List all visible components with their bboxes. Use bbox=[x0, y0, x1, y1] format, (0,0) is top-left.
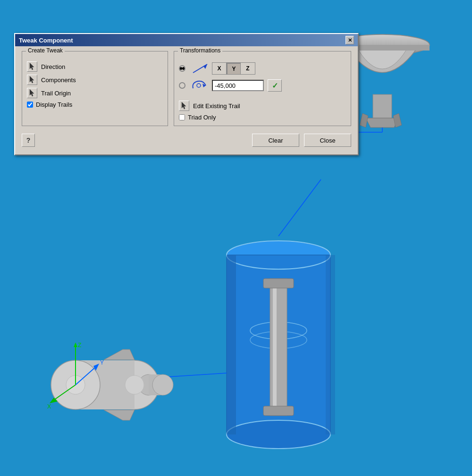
y-button[interactable]: Y bbox=[227, 63, 241, 74]
svg-rect-11 bbox=[273, 279, 277, 416]
dialog-footer: ? Clear Close bbox=[22, 131, 351, 149]
dialog-title: Tweak Component bbox=[19, 37, 73, 44]
components-item[interactable]: Components bbox=[27, 73, 163, 86]
trail-origin-item[interactable]: Trail Origin bbox=[27, 86, 163, 100]
footer-buttons: Clear Close bbox=[252, 134, 351, 147]
help-button[interactable]: ? bbox=[22, 134, 35, 147]
svg-rect-6 bbox=[227, 255, 236, 434]
transform-radio-1[interactable] bbox=[179, 65, 185, 72]
svg-rect-7 bbox=[326, 255, 335, 434]
z-button[interactable]: Z bbox=[241, 63, 255, 74]
svg-rect-10 bbox=[270, 279, 287, 416]
svg-point-29 bbox=[125, 375, 144, 394]
svg-text:X: X bbox=[47, 403, 51, 410]
svg-text:Y: Y bbox=[100, 359, 104, 366]
transformations-label: Transformations bbox=[178, 47, 222, 54]
translate-icon bbox=[189, 62, 208, 75]
components-label: Components bbox=[41, 76, 76, 84]
svg-marker-40 bbox=[30, 76, 34, 83]
svg-marker-41 bbox=[30, 89, 34, 96]
trail-origin-label: Trail Origin bbox=[41, 90, 71, 97]
svg-marker-46 bbox=[182, 102, 186, 109]
dialog-close-button[interactable]: ✕ bbox=[346, 36, 354, 44]
value-input[interactable] bbox=[212, 80, 264, 91]
trail-origin-cursor-icon bbox=[27, 88, 37, 98]
confirm-button[interactable]: ✓ bbox=[268, 79, 282, 92]
direction-item[interactable]: Direction bbox=[27, 60, 163, 73]
dialog-titlebar[interactable]: Tweak Component ✕ bbox=[15, 34, 358, 46]
direction-cursor-icon bbox=[27, 61, 37, 72]
create-tweak-label: Create Tweak bbox=[26, 47, 65, 54]
create-tweak-group: Create Tweak Direction Components bbox=[22, 51, 168, 126]
display-trails-checkbox[interactable] bbox=[27, 102, 33, 108]
dialog-body: Create Tweak Direction Components bbox=[15, 46, 358, 154]
svg-marker-39 bbox=[30, 63, 34, 70]
triad-only-label: Triad Only bbox=[188, 114, 216, 121]
x-button[interactable]: X bbox=[212, 63, 227, 74]
svg-point-45 bbox=[197, 84, 201, 87]
rotate-icon bbox=[189, 79, 208, 92]
tweak-component-dialog: Tweak Component ✕ Create Tweak Direction bbox=[14, 33, 359, 155]
components-cursor-icon bbox=[27, 75, 37, 85]
transform-row-1: X Y Z bbox=[179, 60, 346, 77]
svg-point-27 bbox=[152, 374, 173, 395]
display-trails-item[interactable]: Display Trails bbox=[27, 100, 163, 110]
svg-rect-17 bbox=[373, 94, 392, 118]
triad-only-checkbox[interactable] bbox=[179, 114, 185, 120]
transform-radio-2[interactable] bbox=[179, 82, 185, 89]
edit-trail-cursor-icon bbox=[179, 101, 189, 111]
display-trails-label: Display Trails bbox=[36, 101, 72, 108]
dialog-panels: Create Tweak Direction Components bbox=[22, 51, 351, 126]
direction-label: Direction bbox=[41, 63, 65, 70]
xyz-group: X Y Z bbox=[212, 62, 255, 75]
svg-rect-13 bbox=[263, 406, 294, 416]
close-button[interactable]: Close bbox=[304, 134, 351, 147]
triad-only-row[interactable]: Triad Only bbox=[179, 114, 346, 121]
svg-text:Z: Z bbox=[78, 342, 81, 348]
edit-existing-trail-row[interactable]: Edit Existing Trail bbox=[179, 98, 346, 114]
transform-row-2: ✓ bbox=[179, 77, 346, 94]
transformations-group: Transformations X Y Z bbox=[174, 51, 351, 126]
edit-existing-trail-label: Edit Existing Trail bbox=[193, 102, 240, 110]
clear-button[interactable]: Clear bbox=[252, 134, 299, 147]
svg-rect-12 bbox=[263, 279, 294, 288]
